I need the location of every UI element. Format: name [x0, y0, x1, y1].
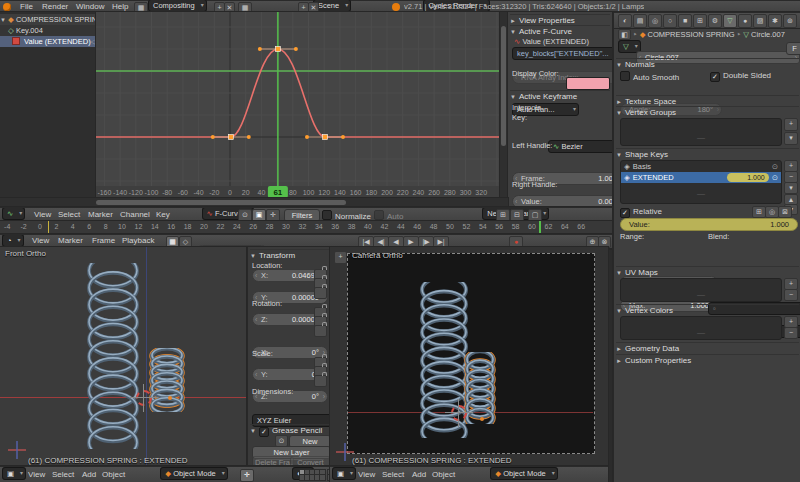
- panel-vertex-colors[interactable]: ▼Vertex Colors: [616, 304, 799, 315]
- vp-menu-select[interactable]: Select: [52, 468, 74, 481]
- graph-menu-select[interactable]: Select: [58, 208, 80, 221]
- expand-triangle-icon[interactable]: ▼: [0, 17, 6, 23]
- shapekey-row-basis[interactable]: ◈ Basis ⊙: [621, 161, 781, 172]
- toolbar-expand-plus-icon[interactable]: +: [334, 251, 347, 264]
- cam-interaction-mode-dropdown[interactable]: ◆ Object Mode: [490, 467, 557, 480]
- graph-menu-channel[interactable]: Channel: [120, 208, 150, 221]
- props-tab-physics-icon[interactable]: ⊚: [783, 14, 797, 28]
- props-tab-render-icon[interactable]: ◐: [618, 14, 632, 28]
- panel-active-keyframe[interactable]: ▼Active Keyframe: [510, 90, 610, 101]
- shapekey-specials-icon[interactable]: ▾: [784, 182, 798, 194]
- props-tab-texture-icon[interactable]: ▨: [753, 14, 767, 28]
- panel-custom-properties[interactable]: ►Custom Properties: [616, 354, 799, 365]
- props-tab-modifiers-icon[interactable]: ⚙: [708, 14, 722, 28]
- shapekey-pin-icon[interactable]: ◎: [765, 206, 779, 218]
- vp-menu-view[interactable]: View: [28, 468, 45, 481]
- cam-menu-view[interactable]: View: [358, 468, 375, 481]
- shapekey-edit-mode-icon[interactable]: ⊞: [752, 206, 766, 218]
- shapekey-value-slider[interactable]: Value:1.000: [620, 218, 798, 231]
- normalize-auto-toggle[interactable]: Auto: [374, 210, 403, 221]
- cam-editor-type-icon[interactable]: ▣: [332, 467, 356, 480]
- rna-path-field[interactable]: key_blocks["EXTENDED"...: [512, 47, 612, 60]
- fake-user-button[interactable]: F: [786, 42, 800, 55]
- key-value-field[interactable]: Value:0.000: [512, 195, 612, 207]
- shapekey-clear-icon[interactable]: ⊠: [778, 206, 792, 218]
- timeline-menu-frame[interactable]: Frame: [92, 234, 115, 247]
- cam-menu-object[interactable]: Object: [432, 468, 455, 481]
- layer-cell[interactable]: [319, 474, 326, 481]
- layer-visibility-grid[interactable]: [300, 470, 330, 480]
- blender-logo-icon[interactable]: [3, 3, 11, 11]
- spring-mesh-selected[interactable]: [148, 348, 186, 414]
- spring-mesh-large[interactable]: [85, 263, 141, 451]
- uv-map-remove-button[interactable]: −: [784, 289, 798, 301]
- camera-3d-cursor[interactable]: [451, 405, 467, 421]
- timeline-menu-marker[interactable]: Marker: [58, 234, 83, 247]
- channel-object-row[interactable]: ◇ Key.004: [0, 25, 104, 36]
- panel-texture-space[interactable]: ►Texture Space: [616, 95, 799, 106]
- panel-active-fcurve[interactable]: ▼Active F-Curve: [510, 25, 610, 36]
- vertex-groups-list[interactable]: —: [620, 118, 782, 146]
- panel-uv-maps[interactable]: ▼UV Maps: [616, 266, 799, 277]
- shapekey-mute-eye-icon[interactable]: ⊙: [772, 161, 778, 172]
- relative-toggle[interactable]: ✓Relative: [620, 207, 662, 218]
- double-sided-toggle[interactable]: ✓Double Sided: [710, 71, 771, 82]
- graph-menu-marker[interactable]: Marker: [88, 208, 113, 221]
- fcurve-plot[interactable]: -160-140-120-100-80-60-40-20020406080100…: [96, 12, 500, 198]
- timeline-ruler[interactable]: -4-2024681012141618202224262830323436384…: [0, 221, 612, 234]
- graph-editor-type-icon[interactable]: ∿: [2, 207, 25, 220]
- vp-menu-add[interactable]: Add: [82, 468, 96, 481]
- lock-scale-z-icon[interactable]: [314, 375, 327, 387]
- vertex-group-specials-icon[interactable]: ▾: [784, 132, 798, 145]
- panel-view-properties[interactable]: ►View Properties: [510, 14, 610, 25]
- breadcrumb-object-label[interactable]: COMPRESSION SPRING: [648, 30, 735, 39]
- gp-convert-button[interactable]: Convert: [290, 456, 331, 466]
- shape-keys-list[interactable]: ◈ Basis ⊙ ◈ EXTENDED 1.000 ⊙ —: [620, 160, 782, 204]
- props-tab-material-icon[interactable]: ●: [738, 14, 752, 28]
- fcurve-display-color-swatch[interactable]: [566, 77, 610, 90]
- gp-delete-frame-button[interactable]: Delete Fra...: [252, 456, 294, 466]
- graph-vscrollbar[interactable]: [500, 12, 508, 198]
- manipulator-toggle-icon[interactable]: ✛: [240, 469, 254, 482]
- normalize-toggle[interactable]: Normalize: [322, 210, 371, 221]
- timeline-playhead[interactable]: [539, 221, 541, 234]
- breadcrumb-data-label[interactable]: Circle.007: [751, 30, 785, 39]
- props-tab-object-data-icon[interactable]: ▽: [723, 14, 737, 28]
- panel-normals[interactable]: ▼Normals: [616, 58, 799, 69]
- viewport-editor-type-icon[interactable]: ▣: [2, 467, 26, 480]
- graph-menu-view[interactable]: View: [34, 208, 51, 221]
- props-tab-constraints-icon[interactable]: ⊞: [693, 14, 707, 28]
- timeline-menu-playback[interactable]: Playback: [122, 234, 154, 247]
- panel-geometry-data[interactable]: ►Geometry Data: [616, 342, 799, 353]
- graph-hscrollbar[interactable]: [0, 198, 508, 207]
- camera-spring-mesh-selected[interactable]: [463, 352, 497, 426]
- props-tab-object-icon[interactable]: ■: [678, 14, 692, 28]
- props-tab-render-layers-icon[interactable]: ▤: [633, 14, 647, 28]
- shapekey-value-pill[interactable]: 1.000: [727, 173, 769, 182]
- 3d-cursor[interactable]: [136, 390, 152, 406]
- uv-maps-list[interactable]: —: [620, 278, 782, 302]
- interaction-mode-dropdown[interactable]: ◆ Object Mode: [160, 467, 227, 480]
- graph-vscroll-handle[interactable]: [501, 26, 506, 146]
- vertex-color-remove-button[interactable]: −: [784, 327, 798, 339]
- panel-transform[interactable]: ▼Transform: [250, 249, 329, 260]
- channel-fcurve-row[interactable]: Value (EXTENDED) ◁: [0, 36, 108, 47]
- props-tab-world-icon[interactable]: ○: [663, 14, 677, 28]
- vp-menu-object[interactable]: Object: [102, 468, 125, 481]
- cam-menu-add[interactable]: Add: [412, 468, 426, 481]
- props-tab-particles-icon[interactable]: ✱: [768, 14, 782, 28]
- panel-shape-keys[interactable]: ▼Shape Keys: [616, 148, 799, 159]
- timeline-menu-view[interactable]: View: [32, 234, 49, 247]
- vertex-colors-list[interactable]: —: [620, 316, 782, 340]
- props-tab-scene-icon[interactable]: ◎: [648, 14, 662, 28]
- graph-hscroll-handle[interactable]: [96, 200, 346, 205]
- panel-vertex-groups[interactable]: ▼Vertex Groups: [616, 106, 799, 117]
- screen-layout-selector[interactable]: Compositing: [148, 0, 207, 12]
- interpolation-dropdown[interactable]: ∿ Bezier: [548, 140, 612, 153]
- timeline-editor-type-icon[interactable]: ◔: [2, 234, 24, 247]
- shapekey-row-extended[interactable]: ◈ EXTENDED 1.000 ⊙: [621, 172, 781, 183]
- vertex-group-add-button[interactable]: +: [784, 118, 798, 131]
- breadcrumb-scene-icon[interactable]: ◧: [618, 29, 631, 40]
- graph-canvas[interactable]: -160-140-120-100-80-60-40-20020406080100…: [96, 12, 500, 198]
- auto-smooth-toggle[interactable]: Auto Smooth: [620, 71, 679, 82]
